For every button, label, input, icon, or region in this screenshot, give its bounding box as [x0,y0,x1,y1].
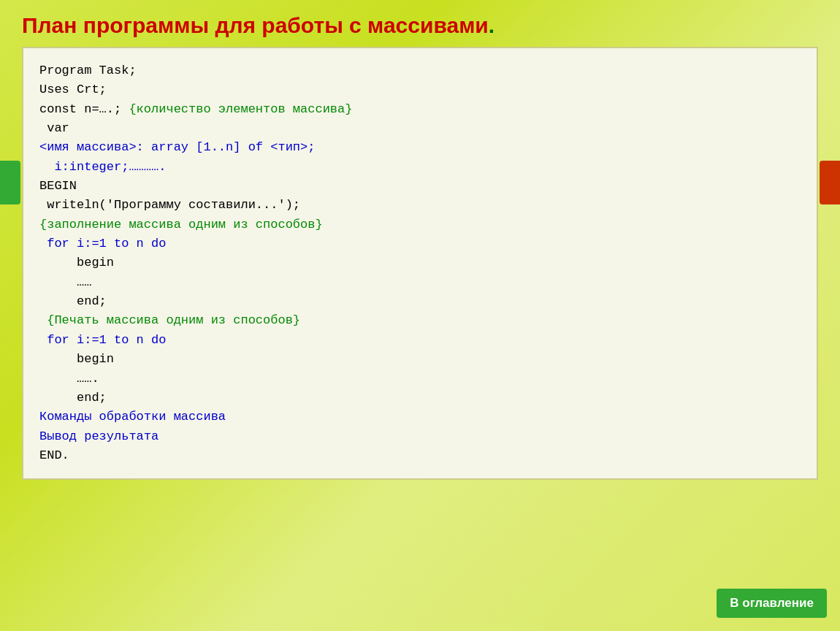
page-title: План программы для работы с массивами. [0,0,840,47]
code-line-17: ……. [39,370,801,389]
code-line-9: {заполнение массива одним из способов} [39,215,801,234]
code-line-20: Вывод результата [39,427,801,446]
code-line-15: for i:=1 to n do [39,331,801,350]
code-line-11: begin [39,253,801,272]
code-line-14: {Печать массива одним из способов} [39,311,801,330]
title-text: План программы для работы с массивами [22,13,489,37]
code-line-6: i:integer;…………. [39,158,801,177]
code-line-12: …… [39,273,801,292]
code-line-1: Program Task; [39,61,801,80]
code-line-16: begin [39,350,801,369]
code-line-21: END. [39,446,801,465]
code-line-3: const n=….; {количество элементов массив… [39,100,801,119]
nav-button[interactable]: В оглавление [717,589,827,618]
code-line-13: end; [39,292,801,311]
title-period: . [489,13,495,37]
code-line-7: BEGIN [39,177,801,196]
code-line-18: end; [39,389,801,408]
code-block: Program Task; Uses Crt; const n=….; {кол… [22,47,818,480]
left-accent-bar [0,161,20,204]
code-line-5: <имя массива>: array [1..n] of <тип>; [39,138,801,157]
code-line-10: for i:=1 to n do [39,234,801,253]
code-line-19: Команды обработки массива [39,408,801,427]
code-line-4: var [39,119,801,138]
code-line-8: writeln('Программу составили...'); [39,196,801,215]
right-accent-bar [820,161,840,204]
code-line-2: Uses Crt; [39,80,801,99]
page-wrapper: План программы для работы с массивами. P… [0,0,840,631]
